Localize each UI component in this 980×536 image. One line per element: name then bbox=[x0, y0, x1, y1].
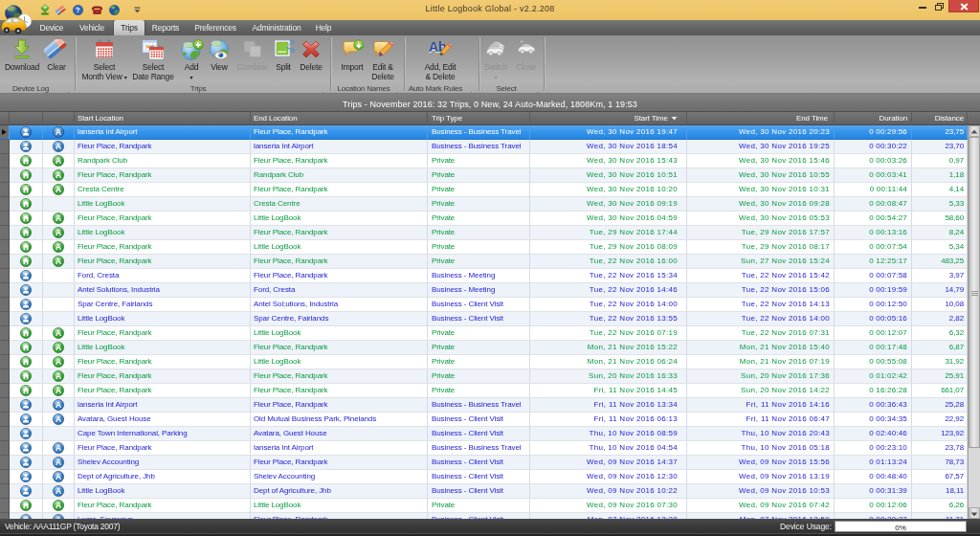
svg-text:A: A bbox=[56, 458, 61, 467]
svg-text:A: A bbox=[56, 486, 61, 496]
svg-text:A: A bbox=[56, 343, 61, 352]
svg-text:A: A bbox=[56, 257, 61, 266]
svg-text:A: A bbox=[56, 400, 61, 410]
svg-text:A: A bbox=[56, 472, 61, 481]
svg-text:A: A bbox=[56, 185, 61, 194]
svg-text:A: A bbox=[56, 414, 61, 424]
svg-text:?: ? bbox=[76, 6, 80, 14]
svg-text:A: A bbox=[56, 328, 61, 338]
svg-text:A: A bbox=[56, 213, 61, 223]
svg-text:A: A bbox=[56, 501, 61, 510]
svg-text:A: A bbox=[56, 443, 61, 453]
svg-text:A: A bbox=[56, 170, 61, 180]
svg-text:A: A bbox=[56, 357, 61, 367]
svg-text:A: A bbox=[56, 156, 61, 166]
svg-text:A: A bbox=[56, 242, 61, 252]
svg-text:A: A bbox=[56, 371, 61, 381]
svg-text:A: A bbox=[56, 142, 61, 151]
svg-text:A: A bbox=[56, 386, 61, 395]
svg-text:A: A bbox=[56, 127, 61, 137]
svg-text:A: A bbox=[56, 228, 61, 237]
